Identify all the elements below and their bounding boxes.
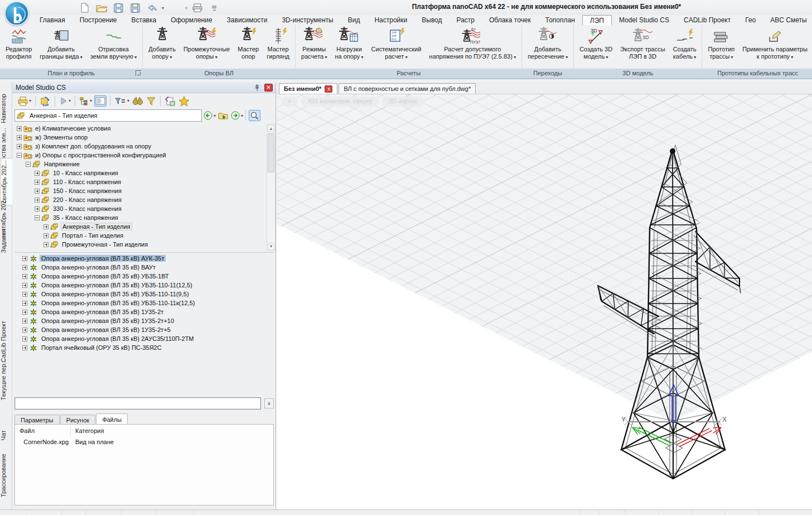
panel-close-button[interactable]: ✕ [264,84,273,92]
ribbon-button-создать-кабель[interactable]: Создатькабель ▾ [669,26,700,69]
ribbon-tab-зависимости[interactable]: Зависимости [220,15,275,25]
document-tab[interactable]: Без имени0*x [279,83,337,94]
expand-icon[interactable] [22,310,27,315]
ribbon-button-добавить-пересечение[interactable]: Добавитьпересечение ▾ [524,26,572,69]
expand-icon[interactable] [44,233,49,238]
tree-item[interactable]: 150 - Класс напряжения [14,186,274,195]
ribbon-button-экспорт-трассы-лэп-в-3d[interactable]: 3DЭкспорт трассыЛЭП в 3D [616,26,669,69]
ribbon-button-промежуточные-опоры[interactable]: Промежуточныеопоры ▾ [180,26,234,69]
pin-icon[interactable] [253,84,261,92]
files-table-row[interactable]: CornerNode.xpg Вид на плане [15,437,273,447]
refreshbox-button[interactable] [39,95,51,107]
expand-icon[interactable] [44,242,49,247]
ribbon-button-систематический-расчет[interactable]: 100100011Систематическийрасчет ▾ [368,26,426,69]
tree-item[interactable]: Портал - Тип изделия [14,231,274,240]
tree-item[interactable]: 220 - Класс напряжения [14,195,274,204]
play-button[interactable]: ▾ [59,95,71,107]
ribbon-tab-вывод[interactable]: Вывод [414,15,449,25]
expand-icon[interactable] [22,292,27,297]
tower-list-item[interactable]: Портал ячейковый (ОРУ 35 кВ) ПС-35Я2С [14,343,274,352]
print-icon[interactable] [191,2,204,14]
panel-tab-параметры[interactable]: Параметры [14,415,60,425]
scroll-up-icon[interactable]: ▲ [268,125,274,132]
undo-dropdown-icon[interactable]: ▾ [162,6,164,11]
expand-icon[interactable] [35,180,40,185]
ribbon-button-нагрузки-на-опору[interactable]: Нагрузкина опору ▾ [331,26,367,69]
document-tab[interactable]: ВЛ с поверхностью и сетками для публ.dwg… [339,83,476,94]
ribbon-button-мастер-опор[interactable]: Мастеропор [234,26,263,69]
view-control-pill[interactable]: ЮЗ изометрия, сверху [301,97,379,107]
expand-icon[interactable] [22,265,27,270]
expand-icon[interactable] [22,319,27,324]
ribbon-button-прототип-трассы[interactable]: Прототиптрассы ▾ [704,26,738,69]
expand-icon[interactable] [22,345,27,350]
collapse-icon[interactable] [35,215,40,220]
filtereq-button[interactable]: ▾ [114,95,130,107]
panel-tab-файлы[interactable]: Файлы [96,413,128,425]
tree-item[interactable]: 330 - Класс напряжения [14,204,274,213]
tower-list-item[interactable]: Опора анкерно-угловая (ВЛ 35 кВ) УБ35-11… [14,290,274,299]
ribbon-tab-растр[interactable]: Растр [450,15,482,25]
open-file-icon[interactable] [95,2,108,14]
tower-list-item[interactable]: Опора анкерно-угловая (ВЛ 35 кВ) 1У35-2т [14,307,274,316]
view-control-pill[interactable]: + [281,97,298,107]
panel-tab-рисунок[interactable]: Рисунок [60,415,96,425]
side-tab-чат[interactable]: Чат [0,429,12,442]
ribbon-button-расчет-допустимого-напряжения-по-пуэ7-2-[interactable]: 6=ПУЭ7Расчет допустимогонапряжения по ПУ… [425,26,520,69]
star-button[interactable] [178,95,190,107]
plotter-button[interactable]: ▾ [17,95,32,107]
ribbon-tab-топоплан[interactable]: Топоплан [538,15,582,25]
tower-list-item[interactable]: Опора анкерно-угловая (ВЛ 35 кВ) ВАУт [14,263,274,272]
expand-icon[interactable] [22,336,27,341]
scroll-down-icon[interactable]: ▼ [268,243,274,250]
tree-item[interactable]: 10 - Класс напряжения [14,169,274,177]
ribbon-button-редактор-профиля[interactable]: Редакторпрофиля [2,26,36,69]
files-col-file[interactable]: Файл [15,426,71,436]
tower-list-item[interactable]: Опора анкерно-угловая (ВЛ 35 кВ) УБ35-1В… [14,272,274,281]
ribbon-button-мастер-гирлянд[interactable]: Мастергирлянд [263,26,293,69]
type-combobox[interactable]: Анкерная - Тип изделия [14,109,202,122]
listtoggle-button[interactable] [94,95,107,107]
save-as-icon[interactable] [128,2,142,14]
ribbon-button-создать-3d-модель[interactable]: 3DСоздать 3Dмодель ▾ [576,26,616,69]
files-col-category[interactable]: Категория [71,427,104,434]
nav-forward-button[interactable]: ▾ [230,110,244,121]
tree-item[interactable]: е) Климатические условия [14,124,274,133]
ribbon-tab-главная[interactable]: Главная [32,15,72,25]
close-document-icon[interactable]: x [325,85,332,93]
side-tab-задания[interactable]: Задания [0,227,12,254]
tower-list-item[interactable]: Опора анкерно-угловая (ВЛ 35 кВ) УБ35-11… [14,299,274,307]
funnel-button[interactable] [146,95,157,107]
ribbon-tab-построение[interactable]: Построение [72,15,124,25]
filter-input[interactable] [14,397,261,410]
expand-icon[interactable] [22,274,27,279]
ribbon-tab-3d-инструменты[interactable]: 3D-инструменты [274,15,340,25]
tree-item[interactable]: Промежуточная - Тип изделия [14,240,274,249]
expand-icon[interactable] [22,283,27,288]
expand-icon[interactable] [17,144,22,149]
save-icon[interactable] [112,2,125,14]
tower-list-item[interactable]: Опора анкерно-угловая (ВЛ 35 кВ) 1У35-2т… [14,325,274,334]
tower-list-item[interactable]: Опора анкерно-угловая (ВЛ 35 кВ) УБ35-11… [14,281,274,290]
view-control-pill[interactable]: 2D-каркас [382,97,424,107]
ribbon-button-добавить-опору[interactable]: Добавитьопору ▾ [144,26,180,69]
undo-icon[interactable] [145,2,158,14]
exportpage-button[interactable] [164,95,176,107]
ribbon-button-режимы-расчета[interactable]: Режимырасчета ▾ [297,26,331,69]
side-tab-навигатор[interactable]: Навигатор [0,92,12,125]
expand-icon[interactable] [22,328,27,333]
collapse-icon[interactable] [17,153,22,158]
tower-list-item[interactable]: Опора анкерно-угловая (ВЛ 35 кВ) 2АУС35/… [14,334,274,343]
tree-scrollbar[interactable]: ▲ ▼ [267,124,276,251]
tower-list-item[interactable]: Опора анкерно-угловая (ВЛ 35 кВ) 1У35-2т… [14,316,274,325]
tree-item[interactable]: з) Комплект доп. оборудования на опору [14,142,274,151]
expand-icon[interactable] [35,171,40,176]
ribbon-tab-настройки[interactable]: Настройки [367,15,414,25]
app-logo-icon[interactable] [4,1,29,26]
expand-icon[interactable] [35,206,40,211]
expand-icon[interactable] [17,126,22,131]
dialog-launcher-icon[interactable] [136,70,141,76]
expand-icon[interactable] [35,198,40,203]
ribbon-tab-вставка[interactable]: Вставка [124,15,164,25]
expand-icon[interactable] [44,224,49,229]
